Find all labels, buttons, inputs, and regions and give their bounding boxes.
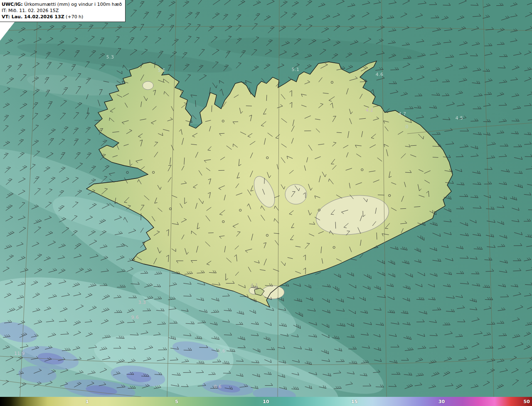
map-title-box: UWC/IG: Úrkomumætti (mm) og vindur i 100… — [0, 0, 126, 22]
title-line-init-time: IT: Mið. 11. 02. 2026 15Z — [2, 7, 122, 14]
map-value-label: 4.1 — [251, 283, 258, 288]
colorbar-tick-label: 5 — [175, 399, 178, 404]
colorbar-tick-label: 10 — [263, 399, 269, 404]
colorbar-tick-label: 15 — [351, 399, 357, 404]
model-name: UWC/IG: — [2, 2, 23, 7]
map-value-label: 0.6 — [214, 384, 222, 389]
title-line-model: UWC/IG: Úrkomumætti (mm) og vindur i 100… — [2, 1, 122, 7]
map-value-label: 3.3 — [138, 300, 146, 305]
precipitation-colorbar: 1510153050 — [0, 397, 532, 406]
map-value-label: 0 — [405, 124, 408, 130]
map-value-label: 4.7 — [399, 111, 406, 117]
forecast-offset: (+70 h) — [64, 14, 84, 20]
title-line-valid-time: VT: Lau. 14.02.2026 13Z (+70 h) — [2, 14, 122, 20]
colorbar-tick-label: 1 — [86, 399, 89, 404]
map-value-label: 7.6 — [218, 348, 225, 354]
weather-map-frame: UWC/IG: Úrkomumætti (mm) og vindur i 100… — [0, 0, 532, 406]
colorbar-tick-label: 50 — [524, 399, 530, 404]
map-value-label: 11.9 — [14, 351, 25, 356]
map-value-label: 5.5 — [158, 68, 165, 73]
map-value-label: 9.6 — [131, 315, 139, 320]
weather-map-canvas — [0, 0, 532, 397]
colorbar-tick-label: 30 — [438, 399, 445, 404]
map-value-label: 4.6 — [376, 72, 383, 77]
map-projection-corner-cut — [0, 22, 15, 41]
map-value-label: 5.3 — [106, 54, 114, 60]
model-variable: Úrkomumætti (mm) og vindur i 100m hæð — [23, 2, 122, 7]
map-value-label: 4.2 — [366, 108, 373, 113]
map-value-label: 5.1 — [292, 67, 299, 72]
valid-time: VT: Lau. 14.02.2026 13Z — [2, 14, 64, 20]
map-value-label: 4.5 — [456, 115, 463, 121]
